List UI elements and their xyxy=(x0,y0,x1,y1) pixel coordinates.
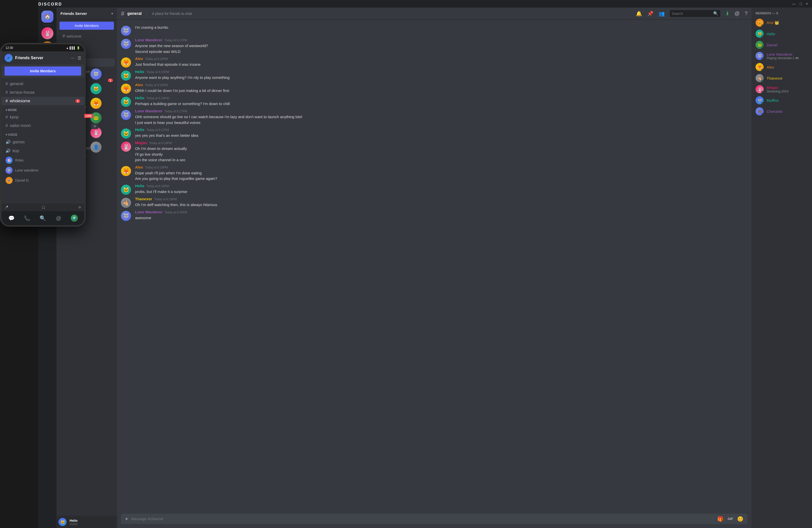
messages-container[interactable]: 🐺 I'm craving a burrito 🐺 Lone Wanderer xyxy=(117,20,752,510)
message-row: 🐱 Helio Today at 6:19PM probs, but I'll … xyxy=(117,182,752,196)
member-info: Helio xyxy=(767,32,808,36)
message-avatar: 🐱 xyxy=(121,129,131,138)
close-button[interactable]: × xyxy=(806,2,808,6)
phone-channel-general[interactable]: # general xyxy=(1,79,84,88)
avatar-face: 🐰 xyxy=(121,142,131,152)
maximize-button[interactable]: □ xyxy=(800,2,802,6)
headphone-icon[interactable]: 🎧 xyxy=(42,206,45,209)
message-row: 🐰 Megan Today at 6:18PM Oh I'm down to s… xyxy=(117,140,752,164)
server-icon-1[interactable]: 🐰 xyxy=(41,27,54,39)
phone-voice-games[interactable]: 🔊 games xyxy=(1,137,84,146)
notification-bell-icon[interactable]: 🔔 xyxy=(636,11,642,17)
message-avatar: 🐺 xyxy=(121,110,131,120)
channel-item-welcome[interactable]: # welcome xyxy=(58,32,115,40)
message-timestamp: Today at 6:19PM xyxy=(146,185,169,188)
member-item-thanexor[interactable]: 🐴 Thanexor xyxy=(754,73,810,84)
phone-channel-kpop[interactable]: # kpop xyxy=(1,113,84,121)
settings-icon[interactable]: ⚙ xyxy=(78,206,81,209)
side-avatar-2: 🐱 xyxy=(90,83,102,95)
message-author[interactable]: Thanexor xyxy=(135,197,152,201)
message-author[interactable]: Lone Wanderer xyxy=(135,38,162,42)
mic-icon[interactable]: 🎤 xyxy=(4,206,8,209)
phone-voice-icon: 🔊 xyxy=(5,140,11,144)
message-author[interactable]: Lone Wanderer xyxy=(135,210,162,214)
phone-channel-sailor-moon[interactable]: # sailor-moon xyxy=(1,121,84,130)
message-text: Perhaps a building game or something? I'… xyxy=(135,101,748,107)
phone-server-name: Friends Server xyxy=(15,56,43,60)
search-box[interactable]: 🔍 xyxy=(670,10,720,17)
message-author[interactable]: Helio xyxy=(135,70,144,74)
phone-invite-button[interactable]: Invite Members xyxy=(4,67,81,76)
phone-time: 12:30 xyxy=(5,46,13,49)
phone-channel-label: kpop xyxy=(10,115,19,119)
gif-icon[interactable]: GIF xyxy=(728,517,733,521)
phone-voice-user-roka: 🌸 Roka xyxy=(1,155,84,165)
phone-hash-icon: # xyxy=(5,90,8,95)
phone-category-more[interactable]: ▾ MORE xyxy=(1,105,84,113)
member-status-indicator xyxy=(762,25,764,27)
message-author[interactable]: Alex xyxy=(135,165,143,169)
message-author[interactable]: Megan xyxy=(135,141,147,145)
message-header: Alex Today at 6:16PM xyxy=(135,56,748,61)
message-input-box: + 🎁 GIF 😊 xyxy=(121,514,748,524)
message-input[interactable] xyxy=(131,514,714,524)
screen-share-icon: 🖥 xyxy=(93,124,96,128)
phone-category-voice[interactable]: ▾ VOICE xyxy=(1,130,84,137)
message-avatar: 🐺 xyxy=(121,26,131,36)
phone-nav-search[interactable]: 🔍 xyxy=(38,213,48,223)
avatar-face: 🐱 xyxy=(121,185,131,195)
message-author[interactable]: Alex xyxy=(135,56,143,61)
member-item-daniel[interactable]: 🐸 Daniel xyxy=(754,39,810,50)
phone-nav-mentions[interactable]: @ xyxy=(54,213,63,223)
member-item-megan[interactable]: 🐰 Megan Streaming 20XX xyxy=(754,84,810,95)
server-dropdown-icon: ▾ xyxy=(111,12,113,15)
member-item-cherukiki[interactable]: 🦋 Cherukiki xyxy=(754,106,810,117)
message-timestamp: Today at 6:16PM xyxy=(145,57,168,61)
server-icon-home[interactable]: 🏠 xyxy=(41,11,54,23)
message-text: Anyone start the new season of westworld… xyxy=(135,43,748,49)
message-author[interactable]: Alex xyxy=(135,83,143,87)
message-author[interactable]: Lone Wanderer xyxy=(135,109,162,113)
phone-voice-user-name: Roka xyxy=(15,158,24,162)
member-name: Alex xyxy=(767,65,808,69)
avatar-face: 🐺 xyxy=(121,39,131,49)
at-icon[interactable]: @ xyxy=(735,11,740,16)
message-author[interactable]: Helio xyxy=(135,128,144,132)
add-attachment-button[interactable]: + xyxy=(125,516,128,522)
message-avatar: 🐴 xyxy=(121,198,131,208)
member-item-alex[interactable]: 🦊 Alex xyxy=(754,61,810,73)
download-icon[interactable]: ⬇ xyxy=(725,11,729,17)
member-item-muffins[interactable]: 🐭 Muffins xyxy=(754,95,810,106)
phone-hash-icon: # xyxy=(5,115,8,119)
phone-voice-kpop[interactable]: 🔊 kop xyxy=(1,146,84,155)
phone-nav-profile[interactable]: 🌍 xyxy=(69,213,79,223)
message-content: Helio Today at 6:15PM Anyone want to pla… xyxy=(135,70,748,80)
search-input[interactable] xyxy=(672,12,711,16)
message-avatar: 🦊 xyxy=(121,84,131,94)
member-avatar-lone: 🐺 xyxy=(756,52,764,60)
phone-nav-voice[interactable]: 📞 xyxy=(22,213,32,223)
invite-members-button[interactable]: Invite Members xyxy=(59,22,114,30)
message-author[interactable]: Helio xyxy=(135,96,144,100)
help-icon[interactable]: ? xyxy=(745,11,748,16)
phone-channel-wholesome[interactable]: # wholesome 1 xyxy=(1,97,84,105)
pin-icon[interactable]: 📌 xyxy=(647,11,653,17)
chat-channel-hash-icon: # xyxy=(121,10,124,17)
minimize-button[interactable]: — xyxy=(792,2,796,6)
gift-icon[interactable]: 🎁 xyxy=(717,516,724,522)
members-icon[interactable]: 👥 xyxy=(658,11,665,17)
phone-menu-icon[interactable]: ⋯ xyxy=(71,56,75,60)
phone-nav-messages[interactable]: 💬 xyxy=(6,213,16,223)
avatar-face: 🐱 xyxy=(121,71,131,80)
message-timestamp: Today at 6:15PM xyxy=(146,70,169,74)
member-item-lone-wanderer[interactable]: 🐺 Lone Wanderer Playing Vermintide 2 🎮 xyxy=(754,50,810,61)
server-header[interactable]: Friends Server ▾ xyxy=(56,8,117,20)
phone-channel-terrace[interactable]: # terrace-house xyxy=(1,88,84,97)
message-row: 🦊 Alex Today at 6:16PM Just finished tha… xyxy=(117,55,752,69)
emoji-icon[interactable]: 😊 xyxy=(737,516,743,522)
member-status-indicator xyxy=(762,58,764,60)
phone-hamburger-icon[interactable]: ☰ xyxy=(78,56,81,60)
message-author[interactable]: Helio xyxy=(135,184,144,188)
member-item-helio[interactable]: 🐱 Helio xyxy=(754,28,810,39)
member-item-ana[interactable]: 😺 Ana 👑 xyxy=(754,17,810,28)
